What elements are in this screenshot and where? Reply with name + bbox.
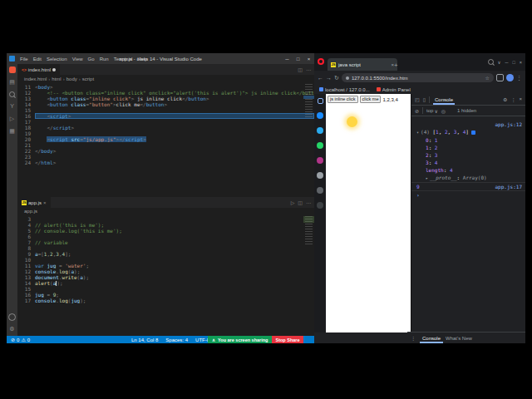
devtools-close-icon[interactable]: ×	[519, 96, 522, 102]
new-tab-button[interactable]: +	[394, 62, 398, 69]
browser-close-button[interactable]: ×	[520, 60, 522, 65]
workspaces-icon[interactable]	[318, 98, 323, 104]
devtools-menu-icon[interactable]: ⋮	[510, 96, 515, 102]
console-property-row[interactable]: 1: 2	[411, 144, 525, 151]
clear-console-icon[interactable]: ⊘	[415, 108, 419, 114]
console-property-row[interactable]: length: 4	[411, 166, 525, 174]
tab-app-js[interactable]: JS app.js ×	[17, 197, 51, 208]
forward-icon[interactable]: →	[326, 75, 332, 81]
code-line[interactable]: 5// console.log('this is me');	[17, 228, 314, 234]
messenger-icon[interactable]	[317, 112, 323, 119]
history-icon[interactable]	[317, 172, 323, 179]
code-line[interactable]: 22</body>	[17, 148, 314, 154]
code-line[interactable]: 17console.log(jug);	[17, 298, 314, 303]
drawer-tab-console[interactable]: Console	[420, 332, 443, 343]
stop-share-button[interactable]: Stop Share	[272, 336, 303, 343]
breadcrumb-item[interactable]: script	[82, 76, 94, 81]
menu-go[interactable]: Go	[86, 57, 97, 62]
menu-run[interactable]: Run	[97, 57, 111, 62]
split-editor-icon[interactable]: ◫	[298, 200, 303, 205]
extensions-icon[interactable]: ▦	[9, 128, 15, 135]
console-source-link[interactable]: app.js:17	[495, 183, 522, 190]
status-item[interactable]: Ln 14, Col 8	[131, 337, 158, 342]
tree-open-icon[interactable]: ▾	[416, 130, 419, 135]
code-line[interactable]: 4// alert('this is me');	[17, 222, 314, 228]
breadcrumb-item[interactable]: app.js	[24, 209, 37, 214]
console-result-row[interactable]: 9app.js:17	[411, 183, 525, 191]
console-proto-row[interactable]: ▸__proto__: Array(0)	[411, 174, 525, 183]
code-line[interactable]: 16jug = 9;	[17, 292, 314, 298]
account-icon[interactable]	[8, 313, 16, 321]
menu-selection[interactable]: Selection	[44, 57, 70, 62]
menu-edit[interactable]: Edit	[31, 57, 44, 62]
hidden-messages-label[interactable]: 1 hidden	[457, 108, 476, 113]
console-prompt[interactable]: ›	[411, 191, 525, 199]
opera-menu-icon[interactable]	[318, 58, 324, 65]
tree-closed-icon[interactable]: ▸	[426, 175, 428, 180]
more-actions-icon[interactable]: ⋯	[306, 66, 311, 72]
console-property-row[interactable]: 3: 4	[411, 159, 525, 166]
code-line[interactable]: 24</html>	[17, 160, 314, 165]
minimap[interactable]	[303, 216, 314, 336]
breadcrumb-item[interactable]: html	[52, 76, 61, 81]
maximize-button[interactable]: □	[293, 57, 303, 62]
minimap[interactable]	[303, 84, 314, 197]
browser-tab[interactable]: JS java script ×	[328, 58, 397, 71]
code-line[interactable]: 17	[17, 119, 314, 125]
bookmark-star-icon[interactable]: ☆	[485, 75, 490, 81]
code-line[interactable]: 11var jug = 'water';	[17, 263, 314, 268]
run-icon[interactable]: ▷	[291, 200, 295, 205]
browser-maximize-button[interactable]: □	[512, 60, 515, 65]
telegram-icon[interactable]	[317, 127, 323, 134]
split-editor-icon[interactable]: ◫	[298, 66, 303, 72]
downloads-icon[interactable]	[317, 202, 323, 209]
devtools-tab-console[interactable]: Console	[433, 94, 455, 105]
code-line[interactable]: 13 <button class="inline_click"> js inli…	[17, 96, 314, 101]
status-item[interactable]: Spaces: 4	[165, 337, 188, 342]
editor-index-html[interactable]: 11<body>12 <!-- <button class="inline_cl…	[17, 82, 314, 197]
browser-extensions-icon[interactable]	[496, 74, 504, 81]
settings-gear-icon[interactable]: ⚙	[9, 326, 14, 332]
reload-icon[interactable]: ↻	[334, 75, 339, 81]
console-output[interactable]: app.js:12▾(4) [1, 2, 3, 4]0: 11: 22: 33:…	[411, 116, 525, 332]
drawer-menu-icon[interactable]: ⋮	[411, 335, 416, 341]
console-source-link[interactable]: app.js:12	[495, 121, 522, 128]
problems-indicator[interactable]: ⊘ 0 ⚠ 0	[11, 337, 30, 342]
search-icon[interactable]	[9, 91, 15, 97]
inspect-icon[interactable]: ◰	[415, 96, 420, 102]
console-property-row[interactable]: 2: 3	[411, 151, 525, 159]
menu-view[interactable]: View	[70, 57, 86, 62]
address-bar[interactable]: 127.0.0.1:5500/index.htm ☆	[342, 73, 494, 82]
chevron-up-icon[interactable]: ∧	[212, 337, 215, 342]
info-icon[interactable]	[471, 131, 475, 135]
bookmark-item[interactable]: localhost / 127.0.0...	[319, 87, 370, 92]
console-property-row[interactable]: 0: 1	[411, 136, 525, 144]
tab-close-icon[interactable]: ×	[43, 200, 47, 205]
bookmarks-sidebar-icon[interactable]	[317, 187, 323, 194]
profile-avatar[interactable]	[506, 74, 514, 81]
code-line[interactable]: 18 </script>	[17, 125, 314, 131]
drawer-tab-what-s-new[interactable]: What's New	[443, 332, 475, 343]
whatsapp-icon[interactable]	[317, 142, 323, 149]
explorer-icon[interactable]: ▤	[9, 79, 15, 86]
code-line[interactable]: 21	[17, 142, 314, 148]
code-line[interactable]: 10	[17, 257, 314, 263]
code-line[interactable]: 19	[17, 131, 314, 136]
more-actions-icon[interactable]: ⋯	[306, 200, 311, 205]
code-line[interactable]: 13document.write(a);	[17, 274, 314, 280]
back-icon[interactable]: ←	[318, 75, 323, 81]
code-line[interactable]: 3	[17, 216, 314, 222]
console-log-row[interactable]: ▾(4) [1, 2, 3, 4]	[411, 128, 525, 136]
browser-minimize-button[interactable]: ─	[505, 60, 509, 65]
tab-index-html[interactable]: <> index.html	[17, 64, 60, 75]
code-line[interactable]: 12console.log(a);	[17, 268, 314, 274]
source-control-icon[interactable]: Y	[10, 103, 14, 110]
code-line[interactable]: 7// variable	[17, 239, 314, 245]
code-line[interactable]: 9a=[1,2,3,4];	[17, 251, 314, 257]
page-button[interactable]: js inline click	[328, 96, 358, 103]
bookmark-item[interactable]: Admin Panel	[377, 87, 411, 92]
unsaved-dot-icon[interactable]	[52, 68, 56, 71]
code-line[interactable]: 12 <!-- <button class="inline_click" onc…	[17, 90, 314, 96]
chevron-down-icon[interactable]: ∨	[498, 60, 501, 65]
code-line[interactable]: 11<body>	[17, 84, 314, 90]
